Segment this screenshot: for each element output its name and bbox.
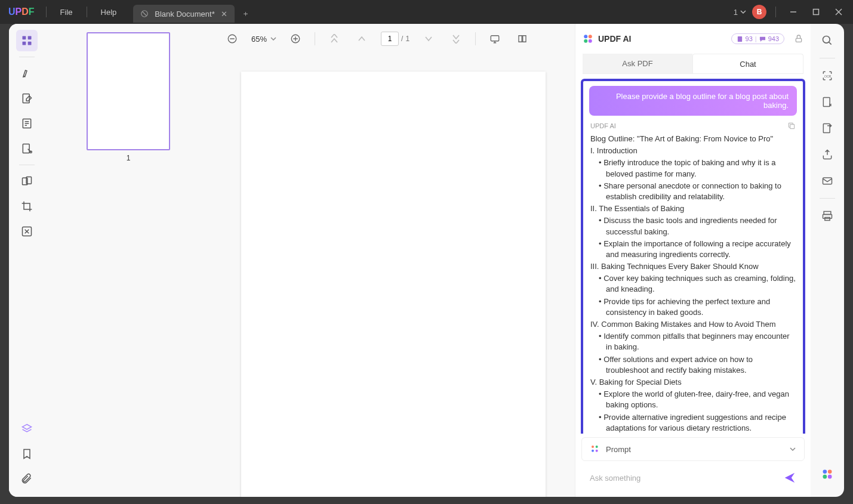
svg-point-27 — [589, 35, 592, 38]
close-button[interactable] — [830, 4, 847, 20]
tab-ask-pdf[interactable]: Ask PDF — [583, 54, 692, 73]
svg-rect-3 — [814, 10, 819, 15]
prompt-icon — [590, 444, 600, 454]
svg-rect-32 — [790, 125, 795, 129]
ocr-button[interactable]: OCR — [817, 65, 838, 86]
page — [241, 72, 546, 497]
save-button[interactable] — [817, 91, 838, 113]
highlight-tool[interactable] — [16, 63, 38, 84]
close-icon[interactable]: ✕ — [221, 10, 227, 18]
copy-icon[interactable] — [787, 122, 796, 130]
svg-rect-9 — [28, 42, 32, 45]
layers-tool[interactable] — [16, 418, 38, 440]
pages-tool[interactable] — [16, 113, 38, 134]
zoom-out-button[interactable] — [224, 30, 241, 47]
svg-point-36 — [596, 450, 598, 452]
svg-point-49 — [828, 475, 832, 479]
prev-page-button[interactable] — [353, 30, 370, 47]
chevron-down-icon — [740, 9, 746, 15]
ai-credits[interactable]: 93 | 943 — [731, 33, 784, 44]
ai-response: Blog Outline: "The Art of Baking: From N… — [586, 134, 800, 434]
maximize-button[interactable] — [808, 4, 824, 20]
share-button[interactable] — [817, 144, 838, 165]
svg-rect-8 — [23, 42, 26, 45]
ai-header: UPDF AI 93 | 943 — [575, 24, 811, 54]
svg-point-48 — [823, 475, 827, 479]
present-button[interactable] — [486, 30, 503, 47]
separator — [315, 32, 315, 45]
separator — [820, 58, 835, 58]
page-input[interactable] — [381, 32, 399, 46]
document-tab[interactable]: Blank Document* ✕ — [133, 5, 234, 23]
chat-credit-icon — [759, 36, 766, 42]
crop-tool[interactable] — [16, 196, 38, 217]
minimize-button[interactable] — [785, 4, 802, 20]
tab-title: Blank Document* — [155, 10, 214, 18]
organize-tool[interactable] — [16, 171, 38, 192]
edit-tool[interactable] — [16, 88, 38, 109]
svg-rect-40 — [823, 98, 830, 107]
svg-point-16 — [30, 151, 32, 153]
blank-doc-icon — [140, 10, 149, 18]
prompt-label: Prompt — [606, 445, 784, 454]
left-rail — [9, 24, 45, 497]
bookmark-tool[interactable] — [16, 443, 38, 465]
svg-rect-7 — [28, 36, 32, 40]
thumbnails-tool[interactable] — [16, 30, 38, 51]
lock-icon[interactable] — [794, 34, 803, 44]
page-dropdown[interactable]: 1 — [734, 8, 746, 17]
svg-point-29 — [589, 39, 592, 43]
reading-mode-button[interactable] — [514, 30, 531, 47]
print-button[interactable] — [817, 205, 838, 227]
prompt-bar[interactable]: Prompt — [581, 437, 805, 461]
svg-point-28 — [584, 39, 587, 43]
svg-point-47 — [828, 470, 832, 474]
page-indicator: / 1 — [381, 32, 409, 46]
attachment-tool[interactable] — [16, 468, 38, 490]
thumbnail-number: 1 — [127, 154, 131, 162]
zoom-in-button[interactable] — [287, 30, 304, 47]
chevron-down-icon — [270, 36, 276, 42]
search-button[interactable] — [817, 30, 838, 51]
separator — [46, 7, 47, 17]
page-thumbnail[interactable] — [87, 32, 170, 150]
chat-input[interactable] — [590, 474, 783, 483]
page-sep: / — [401, 35, 403, 43]
email-button[interactable] — [817, 170, 838, 191]
ai-button[interactable] — [817, 463, 838, 485]
chat-area[interactable]: Please provide a blog outline for a blog… — [579, 76, 807, 434]
svg-rect-15 — [23, 144, 29, 153]
tab-chat[interactable]: Chat — [692, 54, 803, 73]
titlebar: UPDF File Help Blank Document* ✕ ＋ 1 B — [0, 0, 853, 24]
send-button[interactable] — [783, 471, 796, 484]
document-area: 65% / 1 — [212, 24, 575, 497]
user-avatar[interactable]: B — [752, 5, 766, 19]
svg-point-33 — [592, 446, 594, 448]
document-canvas[interactable] — [212, 54, 575, 497]
form-tool[interactable] — [16, 138, 38, 159]
separator — [19, 57, 35, 57]
svg-rect-30 — [737, 36, 741, 41]
add-tab-button[interactable]: ＋ — [235, 5, 257, 23]
menu-file[interactable]: File — [50, 8, 84, 17]
menu-help[interactable]: Help — [90, 8, 128, 17]
last-page-button[interactable] — [448, 30, 464, 47]
export-button[interactable] — [817, 118, 838, 139]
svg-line-38 — [829, 42, 832, 45]
app-body: 1 65% / 1 UPDF AI — [9, 24, 844, 497]
svg-rect-25 — [491, 36, 499, 41]
svg-rect-42 — [823, 178, 832, 184]
svg-rect-41 — [823, 124, 830, 133]
zoom-dropdown[interactable]: 65% — [251, 35, 276, 44]
doc-credit-icon — [737, 36, 743, 42]
updf-ai-icon — [583, 33, 593, 44]
next-page-button[interactable] — [420, 30, 437, 47]
svg-point-35 — [592, 450, 594, 452]
redact-tool[interactable] — [16, 221, 38, 242]
separator — [775, 7, 776, 17]
separator — [19, 165, 35, 165]
first-page-button[interactable] — [326, 30, 343, 47]
chat-highlight: Please provide a blog outline for a blog… — [581, 79, 805, 434]
svg-point-26 — [584, 35, 587, 38]
svg-text:OCR: OCR — [824, 75, 832, 78]
